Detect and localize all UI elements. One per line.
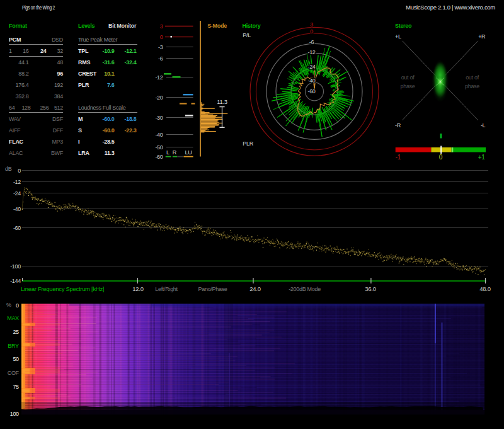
svg-text:I: I: [78, 139, 79, 145]
svg-text:-12.1: -12.1: [124, 48, 136, 54]
svg-text:-24: -24: [307, 64, 315, 70]
svg-text:88.2: 88.2: [18, 71, 29, 77]
svg-text:48: 48: [57, 59, 64, 66]
svg-text:WAV: WAV: [9, 116, 21, 122]
svg-text:0: 0: [310, 28, 313, 35]
svg-text:0: 0: [18, 168, 21, 174]
svg-text:96: 96: [57, 71, 64, 77]
svg-text:-10.9: -10.9: [102, 48, 114, 54]
svg-text:-60: -60: [13, 225, 21, 231]
svg-text:-50: -50: [155, 144, 163, 151]
svg-text:11.3: 11.3: [217, 98, 227, 105]
svg-text:LRA: LRA: [78, 150, 89, 156]
svg-text:10.1: 10.1: [104, 71, 115, 77]
svg-text:Bit Monitor: Bit Monitor: [108, 23, 137, 29]
svg-text:FLAC: FLAC: [9, 139, 24, 145]
svg-text:0: 0: [439, 154, 443, 161]
svg-text:-40: -40: [13, 206, 21, 212]
svg-text:PLR: PLR: [243, 140, 253, 147]
svg-text:S: S: [78, 127, 82, 134]
svg-text:-R: -R: [395, 122, 401, 129]
svg-text:24: 24: [40, 48, 47, 54]
svg-text:CREST: CREST: [78, 71, 97, 77]
svg-text:-L: -L: [481, 122, 486, 129]
svg-text:-18.8: -18.8: [124, 116, 136, 122]
svg-text:L: L: [166, 149, 169, 156]
svg-text:192: 192: [54, 82, 63, 88]
svg-text:-12: -12: [155, 74, 163, 81]
svg-text:16: 16: [23, 48, 29, 54]
svg-text:True Peak Meter: True Peak Meter: [78, 37, 117, 43]
svg-text:+L: +L: [395, 33, 401, 40]
svg-text:3: 3: [310, 21, 313, 28]
svg-text:-40: -40: [155, 132, 163, 138]
svg-text:0: 0: [16, 302, 19, 309]
svg-text:7.6: 7.6: [107, 82, 115, 88]
svg-text:256: 256: [40, 105, 49, 111]
svg-text:phase: phase: [400, 83, 415, 89]
svg-text:Linear Frequency Spectrum [kHz: Linear Frequency Spectrum [kHz]: [21, 285, 104, 292]
svg-text:64: 64: [9, 105, 15, 111]
svg-text:MAX: MAX: [7, 315, 19, 321]
svg-text:-6: -6: [309, 39, 314, 45]
svg-text:out of: out of: [466, 74, 479, 81]
svg-text:+1: +1: [478, 154, 486, 161]
svg-text:M: M: [78, 116, 83, 122]
svg-text:R: R: [173, 149, 177, 156]
svg-text:LU: LU: [185, 149, 192, 156]
svg-text:512: 512: [54, 105, 63, 111]
svg-text:48.0: 48.0: [479, 285, 490, 292]
svg-text:DFF: DFF: [52, 127, 63, 134]
svg-text:-200dB Mode: -200dB Mode: [289, 286, 321, 292]
svg-text:DSD: DSD: [52, 37, 64, 43]
svg-text:-40: -40: [307, 77, 315, 84]
svg-text:PLR: PLR: [78, 82, 89, 88]
svg-text:-31.6: -31.6: [102, 59, 114, 66]
svg-text:44.1: 44.1: [18, 59, 29, 66]
svg-text:128: 128: [21, 105, 30, 111]
svg-text:P/L: P/L: [243, 32, 251, 38]
svg-text:24.0: 24.0: [249, 285, 260, 292]
svg-text:-12: -12: [307, 49, 315, 55]
svg-text:History: History: [243, 23, 261, 29]
svg-text:MP3: MP3: [52, 139, 63, 145]
svg-text:75: 75: [13, 384, 19, 390]
svg-text:Loudness Full Scale: Loudness Full Scale: [78, 105, 126, 111]
svg-text:36.0: 36.0: [365, 285, 375, 292]
svg-text:Pano/Phase: Pano/Phase: [198, 286, 227, 292]
svg-text:BRY: BRY: [8, 343, 19, 349]
svg-text:DSF: DSF: [52, 116, 64, 122]
svg-text:BWF: BWF: [51, 150, 64, 156]
svg-text:-3: -3: [158, 44, 163, 50]
svg-text:-22.3: -22.3: [124, 127, 136, 134]
svg-text:phase: phase: [465, 83, 479, 89]
svg-text:%: %: [6, 302, 11, 308]
svg-text:-20: -20: [155, 94, 163, 101]
svg-text:Levels: Levels: [78, 23, 95, 29]
svg-text:-100: -100: [10, 263, 21, 270]
svg-text:3: 3: [160, 23, 163, 30]
svg-text:Left/Right: Left/Right: [155, 286, 178, 292]
svg-text:PCM: PCM: [9, 37, 21, 43]
svg-text:176.4: 176.4: [15, 82, 28, 88]
svg-text:384: 384: [54, 93, 63, 100]
svg-text:COF: COF: [8, 370, 20, 376]
svg-text:0: 0: [160, 34, 163, 40]
svg-text:-30: -30: [155, 115, 163, 121]
svg-text:ALAC: ALAC: [9, 150, 23, 156]
svg-text:TPL: TPL: [78, 48, 89, 54]
svg-text:-24: -24: [13, 190, 21, 197]
svg-text:Format: Format: [9, 23, 27, 29]
svg-text:dB: dB: [5, 166, 12, 172]
svg-text:AIFF: AIFF: [9, 127, 21, 134]
svg-text:+R: +R: [478, 33, 486, 40]
svg-text:352.8: 352.8: [15, 93, 28, 100]
svg-text:-12: -12: [13, 179, 21, 185]
svg-text:12.0: 12.0: [132, 285, 143, 292]
svg-text:-60: -60: [307, 88, 315, 94]
svg-text:-28.5: -28.5: [102, 139, 114, 145]
svg-text:-144: -144: [10, 278, 21, 284]
svg-text:S-Mode: S-Mode: [207, 23, 227, 29]
svg-text:50: 50: [13, 356, 19, 362]
svg-text:RMS: RMS: [78, 59, 90, 66]
